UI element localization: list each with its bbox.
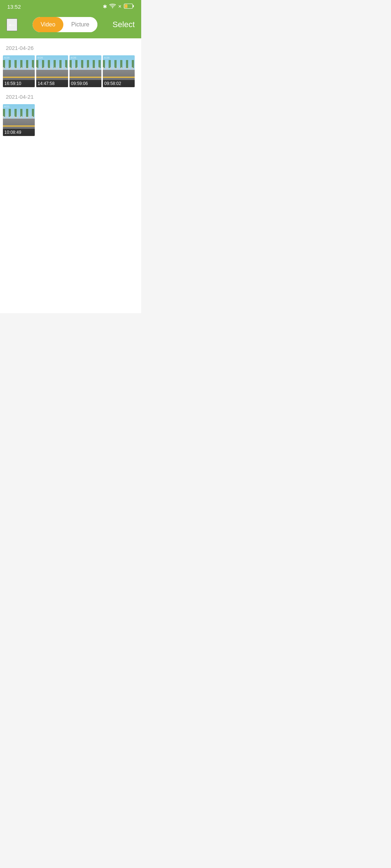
svg-rect-2 (133, 5, 134, 7)
thumbnails-row: 4/26 16:59:10 4/26 14:47:58 4/26 (0, 55, 141, 87)
video-timestamp: 16:59:10 (3, 80, 35, 87)
picture-tab[interactable]: Picture (63, 17, 97, 32)
road-scene-image: 4/26 09:59:06 (70, 55, 101, 87)
status-time: 13:52 (7, 4, 21, 10)
video-timestamp: 09:58:02 (103, 80, 135, 87)
svg-point-0 (112, 7, 113, 8)
status-bar: 13:52 ✱ ✕ (0, 0, 141, 13)
video-timestamp: 14:47:58 (36, 80, 68, 87)
road-scene-image: 4/26 14:47:58 (36, 55, 68, 87)
svg-rect-3 (125, 4, 127, 8)
video-thumbnail[interactable]: 4/26 16:59:10 (3, 55, 35, 87)
content-area: 2021-04-26 4/26 16:59:10 4/26 14:47:58 (0, 38, 141, 313)
battery-icon (124, 4, 134, 10)
top-bar: ← Video Picture Select (0, 13, 141, 38)
video-timestamp: 09:59:06 (70, 80, 101, 87)
wifi-icon (109, 4, 116, 10)
video-thumbnail[interactable]: 4/26 09:59:06 (70, 55, 101, 87)
status-icons: ✱ ✕ (103, 4, 134, 10)
thumbnails-row: 4/21 10:08:49 (0, 104, 141, 136)
video-timestamp: 10:08:49 (3, 129, 35, 136)
back-button[interactable]: ← (7, 18, 17, 31)
date-group-label: 2021-04-26 (0, 38, 141, 55)
video-tab[interactable]: Video (33, 17, 63, 32)
video-thumbnail[interactable]: 4/26 14:47:58 (36, 55, 68, 87)
video-thumbnail[interactable]: 4/26 09:58:02 (103, 55, 135, 87)
select-button[interactable]: Select (113, 20, 135, 29)
road-scene-image: 4/26 16:59:10 (3, 55, 35, 87)
tab-toggle: Video Picture (33, 17, 97, 32)
close-icon: ✕ (118, 4, 122, 9)
road-scene-image: 4/21 10:08:49 (3, 104, 35, 136)
road-scene-image: 4/26 09:58:02 (103, 55, 135, 87)
bluetooth-icon: ✱ (103, 4, 107, 9)
video-thumbnail[interactable]: 4/21 10:08:49 (3, 104, 35, 136)
date-group-label: 2021-04-21 (0, 87, 141, 104)
